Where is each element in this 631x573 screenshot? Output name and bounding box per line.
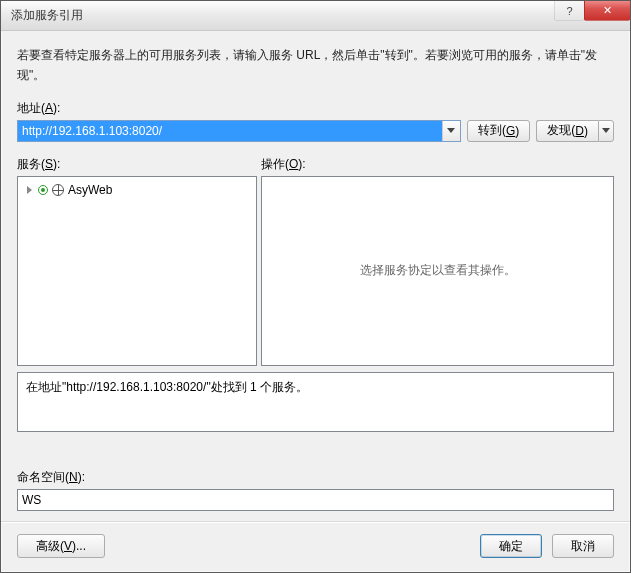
chevron-down-icon: [602, 128, 610, 133]
ok-button[interactable]: 确定: [480, 534, 542, 558]
address-row: 转到(G) 发现(D): [17, 120, 614, 142]
status-box: 在地址"http://192.168.1.103:8020/"处找到 1 个服务…: [17, 372, 614, 432]
operations-list[interactable]: 选择服务协定以查看其操作。: [261, 176, 614, 366]
services-label: 服务(S):: [17, 156, 257, 173]
go-button[interactable]: 转到(G): [467, 120, 530, 142]
window-buttons: ? ✕: [554, 1, 630, 21]
globe-icon: [52, 184, 64, 196]
help-icon: ?: [566, 5, 572, 17]
discover-splitbutton: 发现(D): [536, 120, 614, 142]
help-button[interactable]: ?: [554, 1, 584, 21]
status-dot-icon: [38, 185, 48, 195]
address-input[interactable]: [18, 121, 442, 141]
dialog-footer: 高级(V)... 确定 取消: [1, 521, 630, 572]
cancel-button[interactable]: 取消: [552, 534, 614, 558]
dialog-add-service-reference: 添加服务引用 ? ✕ 若要查看特定服务器上的可用服务列表，请输入服务 URL，然…: [0, 0, 631, 573]
namespace-field-wrap: [17, 489, 614, 511]
dialog-content: 若要查看特定服务器上的可用服务列表，请输入服务 URL，然后单击"转到"。若要浏…: [1, 31, 630, 521]
services-list[interactable]: AsyWeb: [17, 176, 257, 366]
expand-icon[interactable]: [24, 185, 34, 195]
service-name: AsyWeb: [68, 183, 112, 197]
operations-panel: 操作(O): 选择服务协定以查看其操作。: [261, 156, 614, 366]
list-item[interactable]: AsyWeb: [22, 181, 252, 199]
address-label: 地址(A):: [17, 100, 614, 117]
advanced-button[interactable]: 高级(V)...: [17, 534, 105, 558]
window-title: 添加服务引用: [11, 7, 83, 24]
address-dropdown-button[interactable]: [442, 121, 460, 141]
title-bar: 添加服务引用 ? ✕: [1, 1, 630, 31]
address-combo[interactable]: [17, 120, 461, 142]
discover-dropdown-button[interactable]: [598, 120, 614, 142]
namespace-input[interactable]: [17, 489, 614, 511]
namespace-label: 命名空间(N):: [17, 469, 614, 486]
instruction-text: 若要查看特定服务器上的可用服务列表，请输入服务 URL，然后单击"转到"。若要浏…: [17, 45, 614, 86]
chevron-down-icon: [447, 128, 455, 133]
operations-empty-text: 选择服务协定以查看其操作。: [266, 181, 609, 361]
discover-button[interactable]: 发现(D): [536, 120, 598, 142]
services-panel: 服务(S): AsyWeb: [17, 156, 257, 366]
status-text: 在地址"http://192.168.1.103:8020/"处找到 1 个服务…: [26, 380, 308, 394]
panels: 服务(S): AsyWeb 操作(O): 选择服务协定以查看其操作。: [17, 156, 614, 366]
close-button[interactable]: ✕: [584, 1, 630, 21]
spacer: [17, 432, 614, 469]
operations-label: 操作(O):: [261, 156, 614, 173]
close-icon: ✕: [603, 4, 612, 17]
